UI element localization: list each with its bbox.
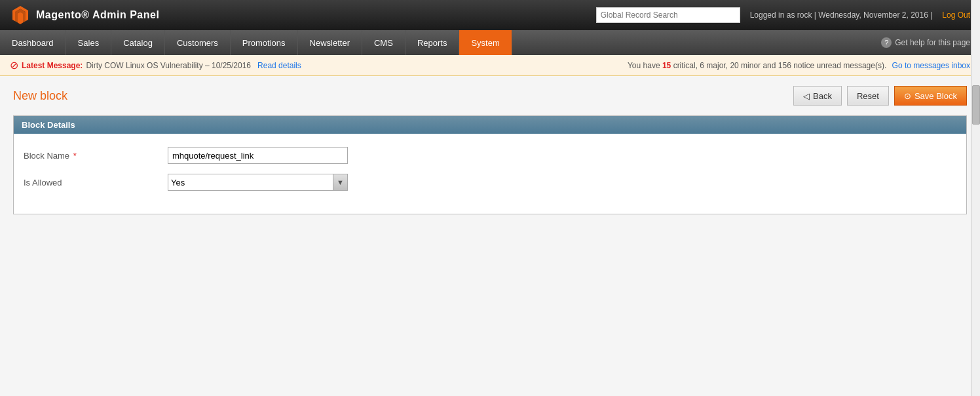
alert-you-have: You have	[628, 61, 660, 70]
alert-bar: ⊘ Latest Message: Dirty COW Linux OS Vul…	[0, 55, 980, 76]
page-title-row: New block ◁ Back Reset ⊙ Save Block	[13, 86, 967, 106]
reset-label: Reset	[857, 91, 879, 101]
read-details-link[interactable]: Read details	[257, 61, 301, 70]
select-arrow-icon: ▼	[333, 174, 347, 190]
scrollbar-thumb[interactable]	[972, 85, 980, 125]
notice-count: 156	[778, 61, 791, 70]
minor-label: minor and	[741, 61, 776, 70]
nav-item-catalog[interactable]: Catalog	[111, 30, 165, 55]
required-star: *	[71, 151, 77, 161]
back-icon: ◁	[803, 91, 810, 101]
logo-area: Magento® Admin Panel	[10, 5, 159, 26]
alert-label: Latest Message:	[22, 61, 83, 70]
logout-link[interactable]: Log Out	[942, 10, 970, 20]
block-name-label: Block Name *	[24, 151, 168, 161]
nav-item-dashboard[interactable]: Dashboard	[0, 30, 66, 55]
magento-logo-icon	[10, 5, 31, 26]
block-name-row: Block Name *	[24, 147, 956, 164]
action-buttons: ◁ Back Reset ⊙ Save Block	[793, 86, 967, 106]
is-allowed-row: Is Allowed Yes No ▼	[24, 174, 956, 191]
back-button[interactable]: ◁ Back	[793, 86, 842, 106]
scrollbar-track[interactable]	[971, 0, 980, 378]
help-link[interactable]: ? Get help for this page	[871, 30, 980, 55]
reset-button[interactable]: Reset	[847, 86, 889, 106]
block-details-header: Block Details	[14, 116, 966, 134]
save-block-button[interactable]: ⊙ Save Block	[894, 86, 967, 106]
notice-label: notice unread message(s).	[793, 61, 886, 70]
critical-count: 15	[662, 61, 671, 70]
alert-left: ⊘ Latest Message: Dirty COW Linux OS Vul…	[10, 59, 301, 71]
block-details-section: Block Details Block Name * Is Allowed Ye…	[13, 115, 967, 214]
nav-item-reports[interactable]: Reports	[405, 30, 460, 55]
back-label: Back	[813, 91, 832, 101]
header-right: Logged in as rock | Wednesday, November …	[596, 7, 970, 23]
critical-label: critical,	[673, 61, 698, 70]
save-icon: ⊙	[904, 91, 911, 101]
help-label: Get help for this page	[895, 38, 970, 47]
page-title: New block	[13, 89, 67, 103]
is-allowed-select-wrapper: Yes No ▼	[168, 174, 348, 191]
block-name-input[interactable]	[168, 147, 348, 164]
user-info: Logged in as rock | Wednesday, November …	[750, 10, 933, 20]
svg-marker-2	[18, 12, 23, 24]
alert-text: Dirty COW Linux OS Vulnerability – 10/25…	[86, 61, 251, 70]
major-count: 6	[700, 61, 704, 70]
logo-text: Magento® Admin Panel	[36, 9, 159, 21]
nav-item-sales[interactable]: Sales	[66, 30, 112, 55]
go-to-inbox-link[interactable]: Go to messages inbox	[892, 61, 970, 70]
is-allowed-select[interactable]: Yes No	[168, 174, 333, 190]
save-block-label: Save Block	[914, 91, 957, 101]
help-icon: ?	[881, 37, 892, 48]
header: Magento® Admin Panel Logged in as rock |…	[0, 0, 980, 30]
block-details-body: Block Name * Is Allowed Yes No ▼	[14, 134, 966, 214]
nav-item-promotions[interactable]: Promotions	[231, 30, 298, 55]
nav-item-newsletter[interactable]: Newsletter	[298, 30, 362, 55]
alert-icon: ⊘	[10, 59, 18, 71]
global-search-input[interactable]	[596, 7, 740, 23]
block-details-title: Block Details	[22, 120, 75, 130]
main-content: New block ◁ Back Reset ⊙ Save Block Bloc…	[0, 76, 980, 378]
major-label: major,	[706, 61, 728, 70]
minor-count: 20	[730, 61, 738, 70]
alert-right: You have 15 critical, 6 major, 20 minor …	[628, 61, 970, 70]
is-allowed-label: Is Allowed	[24, 178, 168, 188]
nav-item-customers[interactable]: Customers	[165, 30, 231, 55]
nav-item-cms[interactable]: CMS	[362, 30, 405, 55]
nav-bar: Dashboard Sales Catalog Customers Promot…	[0, 30, 980, 55]
nav-item-system[interactable]: System	[459, 30, 512, 55]
